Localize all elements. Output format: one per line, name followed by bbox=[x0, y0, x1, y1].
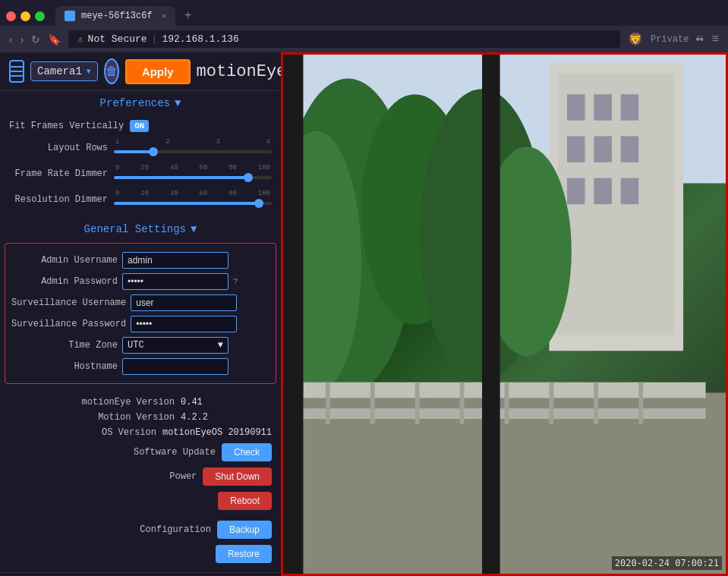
camera-image: 2020-02-24 07:00:21 bbox=[281, 52, 728, 576]
reboot-row: Reboot bbox=[9, 489, 272, 513]
maximize-window-button[interactable] bbox=[35, 11, 45, 21]
frame-rate-marks: 0 20 40 60 80 100 bbox=[114, 164, 272, 172]
surveillance-password-row: Surveillance Password bbox=[11, 313, 269, 335]
hamburger-line-1 bbox=[11, 66, 23, 68]
layout-rows-track bbox=[114, 150, 272, 153]
active-tab[interactable]: meye-56f13c6f ✕ bbox=[55, 6, 175, 26]
general-settings-collapse-icon[interactable]: ▼ bbox=[191, 223, 197, 235]
left-panel: Camera1 ▼ 🗑 Apply motionEye 🦉 Preference… bbox=[0, 52, 281, 576]
camera-select[interactable]: Camera1 ▼ bbox=[30, 61, 98, 81]
svg-rect-21 bbox=[370, 382, 375, 424]
resolution-track bbox=[114, 202, 272, 205]
surveillance-password-input[interactable] bbox=[131, 316, 237, 332]
svg-rect-3 bbox=[567, 94, 585, 121]
tab-favicon-icon bbox=[65, 11, 75, 21]
scene-svg bbox=[281, 52, 728, 576]
hostname-input[interactable] bbox=[122, 358, 228, 375]
svg-rect-11 bbox=[621, 178, 639, 205]
svg-rect-9 bbox=[567, 178, 585, 205]
svg-rect-6 bbox=[567, 136, 585, 162]
private-mask-icon: 🕶 bbox=[696, 35, 704, 44]
app-container: Camera1 ▼ 🗑 Apply motionEye 🦉 Preference… bbox=[0, 52, 728, 576]
general-settings-section: General Settings ▼ Admin Username Admin … bbox=[0, 217, 281, 389]
reload-button[interactable]: ↻ bbox=[31, 33, 40, 46]
browser-menu-button[interactable]: ≡ bbox=[711, 33, 719, 46]
hostname-label: Hostname bbox=[11, 361, 118, 372]
logo-text: motionEye bbox=[197, 62, 282, 81]
layout-rows-fill bbox=[114, 150, 153, 153]
system-info-section: motionEye Version 0.41 Motion Version 4.… bbox=[0, 389, 281, 572]
fit-frames-row: Fit Frames Vertically ON bbox=[9, 117, 272, 135]
general-settings-box: Admin Username Admin Password ? Surveill… bbox=[5, 243, 276, 384]
preferences-collapse-icon[interactable]: ▼ bbox=[175, 97, 181, 109]
fit-frames-toggle[interactable]: ON bbox=[130, 120, 149, 132]
admin-password-help-icon[interactable]: ? bbox=[233, 277, 238, 286]
apply-button[interactable]: Apply bbox=[125, 59, 191, 84]
resolution-fill bbox=[114, 202, 259, 205]
motioneye-version-row: motionEye Version 0.41 bbox=[9, 395, 272, 410]
tab-close-button[interactable]: ✕ bbox=[162, 11, 166, 20]
tab-title: meye-56f13c6f bbox=[81, 11, 153, 21]
camera-feed: 2020-02-24 07:00:21 bbox=[281, 52, 728, 576]
delete-camera-button[interactable]: 🗑 bbox=[104, 58, 119, 84]
motioneye-logo: motionEye 🦉 bbox=[197, 61, 282, 82]
admin-password-input[interactable] bbox=[122, 273, 228, 290]
admin-password-label: Admin Password bbox=[11, 276, 118, 287]
frame-rate-track bbox=[114, 176, 272, 179]
hamburger-line-2 bbox=[11, 71, 23, 72]
admin-username-input[interactable] bbox=[122, 252, 228, 269]
url-display: 192.168.1.136 bbox=[162, 33, 238, 45]
frame-rate-slider[interactable] bbox=[114, 172, 272, 184]
minimize-window-button[interactable] bbox=[20, 11, 30, 21]
menu-toggle-button[interactable] bbox=[9, 60, 24, 83]
timestamp-text: 2020-02-24 07:00:21 bbox=[615, 558, 719, 568]
svg-rect-10 bbox=[594, 178, 612, 205]
close-window-button[interactable] bbox=[6, 11, 16, 21]
restore-row: Restore bbox=[9, 542, 272, 566]
resolution-row: Resolution Dimmer 0 20 40 60 80 100 bbox=[9, 187, 272, 212]
svg-rect-23 bbox=[460, 382, 465, 424]
chevron-down-icon: ▼ bbox=[87, 68, 91, 76]
svg-rect-8 bbox=[621, 136, 639, 162]
bookmark-button[interactable]: 🔖 bbox=[48, 33, 61, 46]
back-button[interactable]: ‹ bbox=[9, 33, 13, 46]
hamburger-line-3 bbox=[11, 75, 23, 77]
resolution-slider[interactable] bbox=[114, 197, 272, 209]
forward-button[interactable]: › bbox=[20, 33, 24, 46]
address-bar[interactable]: ⚠ Not Secure | 192.168.1.136 bbox=[68, 30, 620, 48]
svg-rect-24 bbox=[505, 382, 509, 424]
svg-rect-27 bbox=[638, 382, 643, 424]
layout-rows-row: Layout Rows 1 2 3 4 bbox=[9, 135, 272, 161]
layout-rows-slider-container: 1 2 3 4 bbox=[114, 138, 272, 158]
svg-rect-28 bbox=[281, 52, 303, 576]
backup-button[interactable]: Backup bbox=[217, 521, 272, 539]
layout-rows-slider[interactable] bbox=[114, 146, 272, 158]
surveillance-username-input[interactable] bbox=[131, 294, 237, 311]
reboot-button[interactable]: Reboot bbox=[218, 492, 272, 510]
frame-rate-slider-container: 0 20 40 60 80 100 bbox=[114, 164, 272, 184]
separator: | bbox=[152, 33, 158, 45]
resolution-slider-container: 0 20 40 60 80 100 bbox=[114, 190, 272, 209]
frame-rate-row: Frame Rate Dimmer 0 20 40 60 80 100 bbox=[9, 161, 272, 187]
svg-rect-5 bbox=[621, 94, 639, 121]
new-tab-button[interactable]: + bbox=[178, 9, 198, 23]
restore-button[interactable]: Restore bbox=[216, 545, 272, 563]
timezone-row: Time Zone UTC ▼ bbox=[11, 335, 269, 356]
hostname-row: Hostname bbox=[11, 356, 269, 377]
shut-down-button[interactable]: Shut Down bbox=[203, 467, 272, 486]
preferences-header: Preferences ▼ bbox=[0, 91, 281, 112]
resolution-label: Resolution Dimmer bbox=[9, 194, 108, 205]
admin-password-row: Admin Password ? bbox=[11, 271, 269, 292]
timezone-chevron-icon: ▼ bbox=[218, 340, 223, 351]
general-settings-header: General Settings ▼ bbox=[0, 217, 281, 238]
svg-rect-22 bbox=[415, 382, 420, 424]
security-label: Not Secure bbox=[88, 33, 147, 45]
power-row: Power Shut Down bbox=[9, 464, 272, 489]
timezone-select[interactable]: UTC ▼ bbox=[122, 337, 228, 354]
camera-timestamp: 2020-02-24 07:00:21 bbox=[612, 556, 722, 570]
check-button[interactable]: Check bbox=[222, 443, 272, 461]
toolbar: Camera1 ▼ 🗑 Apply motionEye 🦉 bbox=[0, 52, 281, 91]
frame-rate-fill bbox=[114, 176, 248, 179]
layout-rows-label: Layout Rows bbox=[9, 143, 108, 153]
preferences-label: Preferences bbox=[100, 97, 170, 109]
